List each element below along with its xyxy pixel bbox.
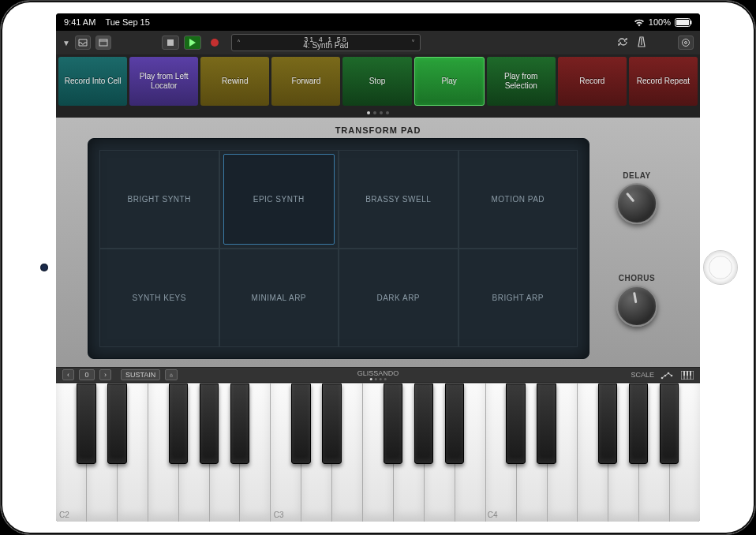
octave-label-c2: C2 bbox=[59, 511, 69, 519]
white-key[interactable] bbox=[455, 383, 486, 522]
white-key[interactable] bbox=[517, 383, 548, 522]
white-key[interactable] bbox=[301, 383, 332, 522]
white-key[interactable] bbox=[578, 383, 608, 522]
piano-keyboard[interactable]: C2 C3 C4 bbox=[56, 383, 700, 522]
white-key[interactable] bbox=[670, 383, 700, 522]
keyboard-mode-label[interactable]: GLISSANDO bbox=[357, 369, 399, 377]
instrument-panel: TRANSFORM PAD BRIGHT SYNTHEPIC SYNTHBRAS… bbox=[56, 118, 700, 367]
white-key[interactable] bbox=[240, 383, 271, 522]
command-button-6[interactable]: Play from Selection bbox=[487, 57, 556, 106]
svg-point-5 bbox=[683, 39, 690, 47]
app-toolbar: ▼ ˄ 31 4 1 58 4: Synth Pad bbox=[56, 31, 700, 54]
lcd-display[interactable]: ˄ 31 4 1 58 4: Synth Pad ˅ bbox=[231, 34, 421, 51]
chorus-knob[interactable] bbox=[616, 286, 657, 327]
transform-cell-1[interactable]: EPIC SYNTH bbox=[219, 150, 339, 249]
white-key[interactable] bbox=[87, 383, 118, 522]
transport-stop-button[interactable] bbox=[162, 36, 179, 50]
octave-label-c3: C3 bbox=[274, 511, 284, 519]
home-button[interactable] bbox=[703, 250, 738, 285]
white-key[interactable] bbox=[394, 383, 425, 522]
white-key[interactable] bbox=[332, 383, 363, 522]
octave-label-c4: C4 bbox=[488, 511, 498, 519]
status-time: 9:41 AM bbox=[64, 17, 95, 27]
command-button-3[interactable]: Forward bbox=[271, 57, 340, 106]
white-key[interactable] bbox=[608, 383, 639, 522]
svg-rect-7 bbox=[170, 375, 173, 376]
lcd-track-name: 4: Synth Pad bbox=[303, 41, 348, 50]
command-button-1[interactable]: Play from Left Locator bbox=[129, 57, 198, 106]
transform-cell-0[interactable]: BRIGHT SYNTH bbox=[99, 150, 219, 249]
transport-play-button[interactable] bbox=[184, 36, 201, 50]
menu-chevron-down-icon[interactable]: ▼ bbox=[62, 39, 70, 47]
white-key[interactable] bbox=[56, 383, 87, 522]
transform-cell-3[interactable]: MOTION PAD bbox=[458, 150, 578, 249]
status-bar: 9:41 AM Tue Sep 15 100% bbox=[56, 13, 700, 31]
chorus-knob-label: CHORUS bbox=[616, 274, 657, 282]
battery-icon bbox=[675, 18, 692, 27]
svg-rect-3 bbox=[99, 39, 107, 46]
transform-cell-5[interactable]: MINIMAL ARP bbox=[219, 249, 339, 347]
command-button-5[interactable]: Play bbox=[414, 57, 485, 106]
svg-rect-17 bbox=[687, 371, 688, 376]
command-button-4[interactable]: Stop bbox=[342, 57, 411, 106]
svg-rect-1 bbox=[676, 20, 689, 25]
cycle-icon[interactable] bbox=[616, 37, 629, 48]
keyboard-layout-icon[interactable] bbox=[681, 371, 694, 380]
white-key[interactable] bbox=[118, 383, 148, 522]
white-key[interactable] bbox=[179, 383, 210, 522]
metronome-icon[interactable] bbox=[637, 36, 646, 49]
svg-rect-2 bbox=[691, 21, 692, 24]
battery-percent: 100% bbox=[649, 17, 671, 27]
transform-cell-2[interactable]: BRASSY SWELL bbox=[339, 150, 458, 249]
octave-up-button[interactable]: › bbox=[99, 369, 111, 380]
inbox-button[interactable] bbox=[75, 36, 91, 50]
transform-cell-7[interactable]: BRIGHT ARP bbox=[458, 249, 578, 347]
command-button-0[interactable]: Record Into Cell bbox=[58, 57, 127, 106]
white-key[interactable] bbox=[639, 383, 670, 522]
arpeggiator-icon[interactable] bbox=[661, 371, 675, 380]
svg-point-6 bbox=[685, 42, 687, 44]
command-button-8[interactable]: Record Repeat bbox=[629, 57, 698, 106]
scale-label[interactable]: SCALE bbox=[631, 371, 654, 379]
sustain-button[interactable]: SUSTAIN bbox=[121, 369, 160, 380]
white-key[interactable] bbox=[548, 383, 578, 522]
ipad-frame: 9:41 AM Tue Sep 15 100% ▼ bbox=[0, 0, 756, 535]
camera-dot bbox=[40, 264, 48, 271]
white-key[interactable] bbox=[425, 383, 455, 522]
sustain-lock-icon[interactable] bbox=[165, 369, 178, 380]
white-key[interactable] bbox=[486, 383, 517, 522]
command-row: Record Into CellPlay from Left LocatorRe… bbox=[56, 54, 700, 108]
settings-gear-button[interactable] bbox=[678, 36, 694, 50]
transform-pad[interactable]: BRIGHT SYNTHEPIC SYNTHBRASSY SWELLMOTION… bbox=[88, 138, 589, 359]
lcd-up-icon[interactable]: ˄ bbox=[237, 39, 241, 47]
delay-knob[interactable] bbox=[616, 183, 657, 224]
keyboard-toolbar: ‹ 0 › SUSTAIN GLISSANDO SCALE bbox=[56, 367, 700, 383]
wifi-icon bbox=[634, 18, 645, 27]
white-key[interactable] bbox=[210, 383, 241, 522]
svg-rect-18 bbox=[690, 371, 691, 376]
command-button-7[interactable]: Record bbox=[558, 57, 627, 106]
command-pager[interactable] bbox=[56, 108, 700, 118]
white-key[interactable] bbox=[148, 383, 179, 522]
octave-value: 0 bbox=[79, 369, 95, 380]
status-date: Tue Sep 15 bbox=[105, 17, 149, 27]
white-key[interactable] bbox=[363, 383, 394, 522]
command-button-2[interactable]: Rewind bbox=[200, 57, 269, 106]
delay-knob-label: DELAY bbox=[616, 171, 657, 180]
panel-title: TRANSFORM PAD bbox=[335, 125, 421, 135]
transport-record-button[interactable] bbox=[206, 36, 223, 50]
white-key[interactable] bbox=[271, 383, 301, 522]
lcd-down-icon[interactable]: ˅ bbox=[411, 39, 415, 47]
view-button[interactable] bbox=[95, 36, 111, 50]
transform-cell-6[interactable]: DARK ARP bbox=[339, 249, 458, 347]
octave-down-button[interactable]: ‹ bbox=[62, 369, 74, 380]
svg-rect-16 bbox=[683, 371, 685, 376]
transform-cell-4[interactable]: SYNTH KEYS bbox=[99, 249, 219, 347]
